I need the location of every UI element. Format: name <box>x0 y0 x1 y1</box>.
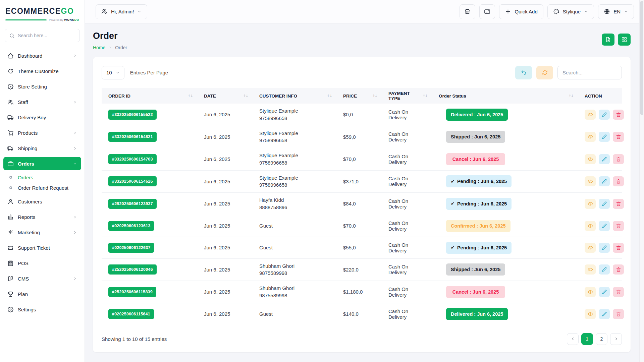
admin-menu-button[interactable]: Hi, Admin! <box>96 4 147 19</box>
export-button[interactable] <box>602 34 614 46</box>
order-row: #3320250606154626Jun 6, 2025Stylique Exa… <box>102 170 622 193</box>
delete-order-button[interactable] <box>613 110 624 120</box>
edit-order-button[interactable] <box>599 199 610 209</box>
order-id-badge[interactable]: #3320250606154626 <box>108 176 157 186</box>
delete-order-button[interactable] <box>613 243 624 253</box>
edit-order-button[interactable] <box>599 264 610 275</box>
order-id-badge[interactable]: #020250606123613 <box>108 221 154 231</box>
scrollbar[interactable] <box>639 0 644 362</box>
view-order-button[interactable] <box>585 110 596 120</box>
view-order-button[interactable] <box>585 221 596 231</box>
entries-per-page-select[interactable]: 10 <box>102 66 124 79</box>
view-order-button[interactable] <box>585 287 596 297</box>
sidebar-item-store-setting[interactable]: Store Setting <box>3 80 81 93</box>
theme-select-button[interactable]: Stylique <box>547 4 594 19</box>
column-header-order-id[interactable]: ORDER ID↑↓ <box>102 88 197 104</box>
delete-order-button[interactable] <box>613 264 624 275</box>
order-id-badge[interactable]: #3320250606154703 <box>108 154 157 164</box>
sidebar-subitem-order-refund-request[interactable]: Order Refund Request <box>3 183 81 193</box>
undo-button[interactable] <box>515 66 532 79</box>
delete-order-button[interactable] <box>613 176 624 186</box>
edit-order-button[interactable] <box>599 176 610 186</box>
view-order-button[interactable] <box>585 154 596 164</box>
sidebar-item-shipping[interactable]: Shipping <box>3 141 81 155</box>
shipping-icon <box>7 145 14 152</box>
delete-order-button[interactable] <box>613 309 624 319</box>
pos-card-button[interactable] <box>479 4 495 19</box>
view-order-button[interactable] <box>585 176 596 186</box>
order-id-badge[interactable]: #3320250606155522 <box>108 110 157 120</box>
storefront-button[interactable] <box>460 4 475 19</box>
truck-icon <box>7 114 14 121</box>
view-order-button[interactable] <box>585 199 596 209</box>
sidebar-item-dashboard[interactable]: Dashboard <box>3 49 81 62</box>
edit-order-button[interactable] <box>599 287 610 297</box>
edit-order-button[interactable] <box>599 221 610 231</box>
sidebar-item-customers[interactable]: Customers <box>3 195 81 208</box>
refresh-icon <box>542 69 548 76</box>
page-content: Order Home Order 10 <box>85 23 644 362</box>
column-header-price[interactable]: PRICE↑↓ <box>336 88 382 104</box>
search-icon <box>9 33 15 39</box>
delete-order-button[interactable] <box>613 132 624 142</box>
delete-order-button[interactable] <box>613 287 624 297</box>
sidebar-item-label: Settings <box>18 307 77 312</box>
pencil-icon <box>602 179 607 184</box>
order-row: #2520250606120046Jun 6, 2025Shubham Ghor… <box>102 258 622 281</box>
view-order-button[interactable] <box>585 309 596 319</box>
sidebar-search-input[interactable] <box>18 33 78 38</box>
edit-order-button[interactable] <box>599 243 610 253</box>
card-icon <box>484 8 490 15</box>
view-order-button[interactable] <box>585 243 596 253</box>
order-id-badge[interactable]: #2520250606120046 <box>108 264 157 275</box>
order-id-badge[interactable]: #2920250606123937 <box>108 199 157 209</box>
chevron-right-icon <box>73 131 77 135</box>
delete-order-button[interactable] <box>613 221 624 231</box>
order-id-badge[interactable]: #020250606115641 <box>108 309 154 319</box>
column-header-payment-type[interactable]: PAYMENT TYPE↑↓ <box>382 88 432 104</box>
customer-phone: 9758996658 <box>259 115 332 122</box>
grid-icon <box>621 37 628 43</box>
sidebar-subitem-orders[interactable]: Orders <box>3 172 81 182</box>
sidebar-item-theme-customize[interactable]: Theme Customize <box>3 64 81 78</box>
customer-name: Guest <box>259 310 332 318</box>
order-price: $140,0 <box>336 303 382 325</box>
column-header-date[interactable]: DATE↑↓ <box>197 88 253 104</box>
scrollbar-thumb[interactable] <box>640 1 643 115</box>
view-order-button[interactable] <box>585 264 596 275</box>
delete-order-button[interactable] <box>613 199 624 209</box>
order-id-badge[interactable]: #2520250606115839 <box>108 287 156 297</box>
breadcrumb-home-link[interactable]: Home <box>93 45 105 50</box>
grid-view-button[interactable] <box>618 34 631 46</box>
sidebar-item-delivery-boy[interactable]: Delivery Boy <box>3 111 81 124</box>
table-search-input[interactable] <box>557 66 622 79</box>
sidebar-item-settings[interactable]: Settings <box>3 303 81 316</box>
pagination-page-2[interactable]: 2 <box>596 333 607 345</box>
refresh-button[interactable] <box>536 66 553 79</box>
sidebar-item-support-ticket[interactable]: Support Ticket <box>3 241 81 254</box>
order-id-badge[interactable]: #020250606122637 <box>108 243 154 253</box>
pagination-page-1[interactable]: 1 <box>581 333 593 345</box>
sidebar-item-orders[interactable]: Orders <box>3 157 81 170</box>
column-header-order-status[interactable]: Order Status↑↓ <box>432 88 578 104</box>
sidebar-item-reports[interactable]: Reports <box>3 210 81 224</box>
sidebar-item-staff[interactable]: Staff <box>3 95 81 109</box>
edit-order-button[interactable] <box>599 154 610 164</box>
edit-order-button[interactable] <box>599 132 610 142</box>
language-select-button[interactable]: EN <box>598 4 634 19</box>
pagination-next[interactable] <box>610 333 622 345</box>
quick-add-button[interactable]: Quick Add <box>499 4 543 19</box>
order-id-badge[interactable]: #3320250606154821 <box>108 132 157 142</box>
sidebar-item-cms[interactable]: CMS <box>3 272 81 285</box>
sidebar-item-pos[interactable]: POS <box>3 256 81 270</box>
column-header-customer-info[interactable]: CUSTOMER INFO↑↓ <box>253 88 336 104</box>
edit-order-button[interactable] <box>599 110 610 120</box>
sidebar-item-products[interactable]: Products <box>3 126 81 139</box>
edit-order-button[interactable] <box>599 309 610 319</box>
pagination-prev[interactable] <box>567 333 579 345</box>
view-order-button[interactable] <box>585 132 596 142</box>
sidebar-item-marketing[interactable]: Marketing <box>3 226 81 239</box>
chevron-right-icon <box>73 146 77 150</box>
delete-order-button[interactable] <box>613 154 624 164</box>
sidebar-item-plan[interactable]: Plan <box>3 287 81 301</box>
